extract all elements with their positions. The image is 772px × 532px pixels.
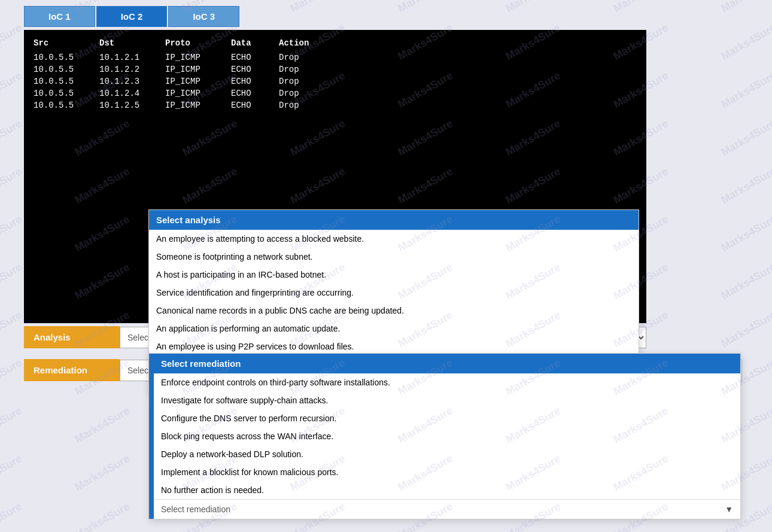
table-row: 10.0.5.5 10.1.2.5 IP_ICMP ECHO Drop bbox=[34, 101, 637, 110]
list-item[interactable]: No further action is needed. bbox=[154, 481, 740, 499]
cell-action: Drop bbox=[279, 101, 315, 110]
remediation-dropdown-header: Select remediation bbox=[154, 354, 740, 373]
watermark-text: Marks4Sure bbox=[719, 22, 772, 63]
watermark-text: Marks4Sure bbox=[719, 261, 772, 302]
watermark-text: Marks4Sure bbox=[0, 261, 24, 302]
watermark-text: Marks4Sure bbox=[0, 117, 24, 159]
watermark-text: Marks4Sure bbox=[612, 0, 671, 15]
cell-proto: IP_ICMP bbox=[165, 53, 213, 62]
cell-data: ECHO bbox=[231, 101, 261, 110]
watermark-text: Marks4Sure bbox=[504, 0, 563, 15]
watermark-text: Marks4Sure bbox=[0, 69, 24, 111]
cell-action: Drop bbox=[279, 77, 315, 86]
col-header-proto: Proto bbox=[165, 38, 213, 48]
list-item[interactable]: Configure the DNS server to perform recu… bbox=[154, 409, 740, 427]
cell-src: 10.0.5.5 bbox=[34, 65, 81, 74]
list-item[interactable]: Service identification and fingerprintin… bbox=[149, 284, 639, 302]
cell-proto: IP_ICMP bbox=[165, 89, 213, 98]
analysis-label: Analysis bbox=[24, 326, 120, 348]
watermark-text: Marks4Sure bbox=[719, 69, 772, 111]
cell-data: ECHO bbox=[231, 65, 261, 74]
list-item[interactable]: An application is performing an automati… bbox=[149, 320, 639, 338]
cell-src: 10.0.5.5 bbox=[34, 101, 81, 110]
cell-dst: 10.1.2.5 bbox=[99, 101, 147, 110]
watermark-text: Marks4Sure bbox=[0, 405, 24, 446]
cell-src: 10.0.5.5 bbox=[34, 89, 81, 98]
list-item[interactable]: An employee is attempting to access a bl… bbox=[149, 230, 639, 248]
watermark-text: Marks4Sure bbox=[719, 117, 772, 159]
analysis-options-list: An employee is attempting to access a bl… bbox=[149, 230, 639, 373]
cell-action: Drop bbox=[279, 53, 315, 62]
remediation-dropdown-footer: Select remediation ▼ bbox=[154, 499, 740, 519]
cell-proto: IP_ICMP bbox=[165, 101, 213, 110]
table-row: 10.0.5.5 10.1.2.2 IP_ICMP ECHO Drop bbox=[34, 65, 637, 74]
cell-proto: IP_ICMP bbox=[165, 77, 213, 86]
remediation-chevron-down-icon: ▼ bbox=[725, 504, 733, 514]
list-item[interactable]: Canonical name records in a public DNS c… bbox=[149, 302, 639, 320]
watermark-text: Marks4Sure bbox=[719, 309, 772, 350]
watermark-text: Marks4Sure bbox=[0, 213, 24, 254]
watermark-text: Marks4Sure bbox=[0, 309, 24, 350]
remediation-options-list: Enforce endpoint controls on third-party… bbox=[154, 373, 740, 499]
list-item[interactable]: Someone is footprinting a network subnet… bbox=[149, 248, 639, 266]
list-item[interactable]: Enforce endpoint controls on third-party… bbox=[154, 373, 740, 391]
tab-ioc3[interactable]: IoC 3 bbox=[168, 6, 239, 27]
watermark-text: Marks4Sure bbox=[396, 0, 455, 15]
table-row: 10.0.5.5 10.1.2.3 IP_ICMP ECHO Drop bbox=[34, 77, 637, 86]
cell-data: ECHO bbox=[231, 89, 261, 98]
tab-ioc1[interactable]: IoC 1 bbox=[24, 6, 95, 27]
cell-dst: 10.1.2.3 bbox=[99, 77, 147, 86]
watermark-text: Marks4Sure bbox=[719, 213, 772, 254]
cell-src: 10.0.5.5 bbox=[34, 77, 81, 86]
col-header-action: Action bbox=[279, 38, 315, 48]
col-header-data: Data bbox=[231, 38, 261, 48]
terminal-header: Src Dst Proto Data Action bbox=[34, 38, 637, 48]
col-header-src: Src bbox=[34, 38, 81, 48]
cell-data: ECHO bbox=[231, 77, 261, 86]
remediation-select-placeholder: Select remediation bbox=[161, 504, 230, 514]
tab-ioc2[interactable]: IoC 2 bbox=[96, 6, 168, 27]
list-item[interactable]: Investigate for software supply-chain at… bbox=[154, 391, 740, 409]
watermark-text: Marks4Sure bbox=[719, 0, 772, 15]
cell-dst: 10.1.2.4 bbox=[99, 89, 147, 98]
cell-dst: 10.1.2.2 bbox=[99, 65, 147, 74]
watermark-text: Marks4Sure bbox=[0, 357, 24, 398]
watermark-text: Marks4Sure bbox=[0, 22, 24, 63]
tabs-bar: IoC 1 IoC 2 IoC 3 bbox=[24, 6, 241, 27]
cell-dst: 10.1.2.1 bbox=[99, 53, 147, 62]
table-row: 10.0.5.5 10.1.2.4 IP_ICMP ECHO Drop bbox=[34, 89, 637, 98]
remediation-dropdown-open: Select remediation Enforce endpoint cont… bbox=[148, 353, 741, 519]
watermark-text: Marks4Sure bbox=[0, 0, 24, 15]
cell-proto: IP_ICMP bbox=[165, 65, 213, 74]
cell-src: 10.0.5.5 bbox=[34, 53, 81, 62]
watermark-text: Marks4Sure bbox=[73, 452, 132, 494]
list-item[interactable]: A host is participating in an IRC-based … bbox=[149, 266, 639, 284]
remediation-blue-stripe bbox=[149, 354, 154, 519]
terminal-rows: 10.0.5.5 10.1.2.1 IP_ICMP ECHO Drop 10.0… bbox=[34, 53, 637, 110]
remediation-label: Remediation bbox=[24, 359, 120, 381]
analysis-dropdown-header: Select analysis bbox=[149, 210, 639, 230]
page-wrapper: Marks4SureMarks4SureMarks4SureMarks4Sure… bbox=[0, 0, 772, 532]
cell-data: ECHO bbox=[231, 53, 261, 62]
cell-action: Drop bbox=[279, 89, 315, 98]
list-item[interactable]: Implement a blocklist for known maliciou… bbox=[154, 463, 740, 481]
watermark-text: Marks4Sure bbox=[0, 500, 24, 532]
watermark-text: Marks4Sure bbox=[0, 452, 24, 494]
watermark-text: Marks4Sure bbox=[0, 165, 24, 206]
watermark-text: Marks4Sure bbox=[288, 0, 348, 15]
list-item[interactable]: Deploy a network-based DLP solution. bbox=[154, 445, 740, 463]
watermark-text: Marks4Sure bbox=[719, 165, 772, 206]
table-row: 10.0.5.5 10.1.2.1 IP_ICMP ECHO Drop bbox=[34, 53, 637, 62]
cell-action: Drop bbox=[279, 65, 315, 74]
watermark-text: Marks4Sure bbox=[73, 500, 132, 532]
list-item[interactable]: Block ping requests across the WAN inter… bbox=[154, 427, 740, 445]
watermark-text: Marks4Sure bbox=[73, 405, 132, 446]
col-header-dst: Dst bbox=[99, 38, 147, 48]
